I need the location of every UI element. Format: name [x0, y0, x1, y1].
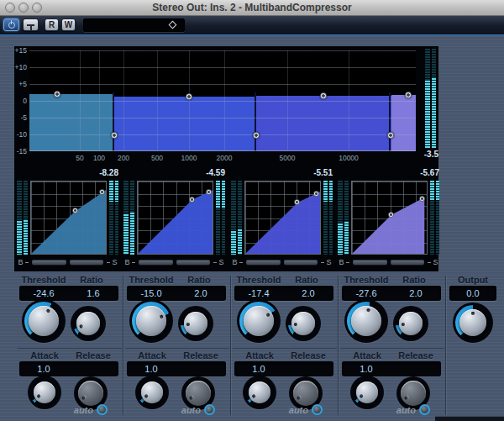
band-2-ratio-value[interactable]: 2.0 [179, 286, 223, 301]
band-2-attack-knob[interactable] [141, 382, 163, 403]
band-4-threshold-point[interactable] [388, 212, 394, 218]
band-1-input-meter [17, 181, 28, 255]
band-2-curve-display[interactable] [137, 181, 213, 255]
window-title: Stereo Out: Ins. 2 - MultibandCompressor [0, 0, 504, 16]
auto-release-label: auto [172, 405, 201, 415]
power-button[interactable] [3, 18, 19, 31]
release-label: Release [392, 350, 439, 360]
band-3-threshold-knob[interactable] [244, 306, 274, 336]
band-1-curve-display[interactable] [30, 181, 107, 255]
band-1-controls: Threshold Ratio -24.6 1.6 Attack Release… [16, 273, 123, 418]
band-3-attack-value[interactable]: 1.0 [234, 361, 283, 376]
band-slider-groove [139, 260, 173, 265]
auto-release-label: auto [387, 405, 416, 415]
output-value[interactable]: 0.0 [449, 286, 496, 301]
band-1-threshold-point[interactable] [72, 208, 78, 213]
band-2-gr-value: -4.59 [175, 168, 225, 177]
ratio-label: Ratio [392, 275, 436, 285]
band-4-threshold-knob[interactable] [351, 306, 381, 336]
band-1-release-knob[interactable] [78, 381, 103, 406]
band-4-solo-button[interactable]: S [433, 258, 438, 266]
section-divider [123, 276, 123, 415]
threshold-label: Threshold [127, 275, 176, 285]
band-3-gr-meter [323, 181, 333, 255]
band-2-attack-value[interactable]: 1.0 [127, 361, 176, 376]
band-slider-groove [70, 260, 104, 265]
band-4-curve-display[interactable] [351, 181, 428, 255]
read-automation-button[interactable]: R [45, 18, 59, 31]
power-icon [8, 22, 15, 29]
band-1-bypass-button[interactable]: B [18, 258, 24, 266]
crossover-3-handle[interactable] [387, 132, 394, 139]
band-3-release-knob[interactable] [293, 381, 318, 406]
band-slider-groove [246, 260, 281, 265]
band-1-gr-meter [109, 181, 118, 255]
band-4-ratio-knob[interactable] [399, 312, 423, 335]
band-4-release-knob[interactable] [401, 381, 426, 406]
frequency-band-editor[interactable] [29, 50, 416, 151]
band-3-controls: Threshold Ratio -17.4 2.0 Attack Release… [231, 273, 339, 418]
plot-grid [29, 50, 416, 151]
band-2-solo-button[interactable]: S [218, 258, 224, 266]
section-divider [230, 276, 231, 415]
band-3-curve-display[interactable] [244, 181, 321, 255]
band-1-attack-knob[interactable] [34, 382, 55, 403]
attack-label: Attack [345, 350, 389, 360]
band-1-threshold-knob[interactable] [29, 306, 59, 336]
band-4-gr-value: -5.67 [389, 168, 439, 177]
bypass-button[interactable] [23, 18, 39, 31]
band-3-bypass-button[interactable]: B [232, 258, 238, 266]
band-2-auto-release-button[interactable] [204, 404, 215, 415]
threshold-label: Threshold [342, 275, 391, 285]
band-4-curve-point[interactable] [419, 196, 425, 202]
crossover-1-handle[interactable] [111, 132, 118, 139]
band-2-threshold-point[interactable] [189, 197, 195, 203]
window-resize-strip [435, 416, 504, 421]
band-3-gr-value: -5.51 [282, 168, 333, 177]
band-4-compressor-panel: -5.67 B S [338, 168, 439, 271]
band-3-auto-release-button[interactable] [312, 404, 323, 415]
attack-label: Attack [23, 350, 66, 360]
band-2-release-knob[interactable] [186, 381, 211, 406]
band-slider-groove [32, 260, 66, 265]
y-tick: -5 [14, 113, 27, 122]
band-2-bypass-button[interactable]: B [124, 258, 130, 266]
band-3-curve-point[interactable] [313, 191, 319, 197]
band-1-solo-button[interactable]: S [112, 258, 118, 266]
band-4-attack-knob[interactable] [356, 382, 378, 403]
band-4-gr-meter [430, 181, 439, 255]
band-2-threshold-knob[interactable] [136, 306, 166, 336]
band-2-ratio-knob[interactable] [184, 312, 207, 335]
band-4-ratio-value[interactable]: 2.0 [394, 286, 438, 301]
band-4-bypass-button[interactable]: B [339, 258, 344, 266]
band-2-input-meter [123, 181, 134, 255]
band-1-gain-handle[interactable] [54, 91, 60, 97]
ratio-label: Ratio [285, 275, 328, 285]
output-meter-value: -3.5 [396, 150, 438, 159]
band-1-compressor-panel: -8.28 B S [17, 168, 118, 271]
ratio-label: Ratio [177, 275, 221, 285]
crossover-2-handle[interactable] [253, 132, 260, 139]
band-3-ratio-value[interactable]: 2.0 [286, 286, 330, 301]
band-4-auto-release-button[interactable] [419, 404, 430, 415]
band-1-auto-release-button[interactable] [97, 404, 108, 415]
band-3-attack-knob[interactable] [249, 382, 270, 403]
band-1-ratio-knob[interactable] [76, 312, 100, 335]
band-4-attack-value[interactable]: 1.0 [342, 361, 391, 376]
titlebar[interactable]: Stereo Out: Ins. 2 - MultibandCompressor [0, 0, 504, 16]
band-3-solo-button[interactable]: S [326, 258, 332, 266]
release-label: Release [285, 350, 332, 360]
y-tick: 0 [14, 97, 27, 105]
plugin-toolbar: R W [0, 16, 504, 34]
write-automation-button[interactable]: W [61, 18, 76, 31]
x-tick: 1000 [172, 154, 206, 162]
band-3-gain-handle[interactable] [320, 92, 327, 99]
bypass-icon [27, 24, 34, 26]
output-knob[interactable] [459, 309, 486, 336]
band-3-ratio-knob[interactable] [291, 312, 315, 335]
y-tick: -15 [14, 147, 27, 155]
band-2-gain-handle[interactable] [186, 93, 192, 100]
band-1-ratio-value[interactable]: 1.6 [71, 286, 115, 301]
band-4-gain-handle[interactable] [405, 92, 412, 98]
band-1-attack-value[interactable]: 1.0 [19, 361, 68, 376]
